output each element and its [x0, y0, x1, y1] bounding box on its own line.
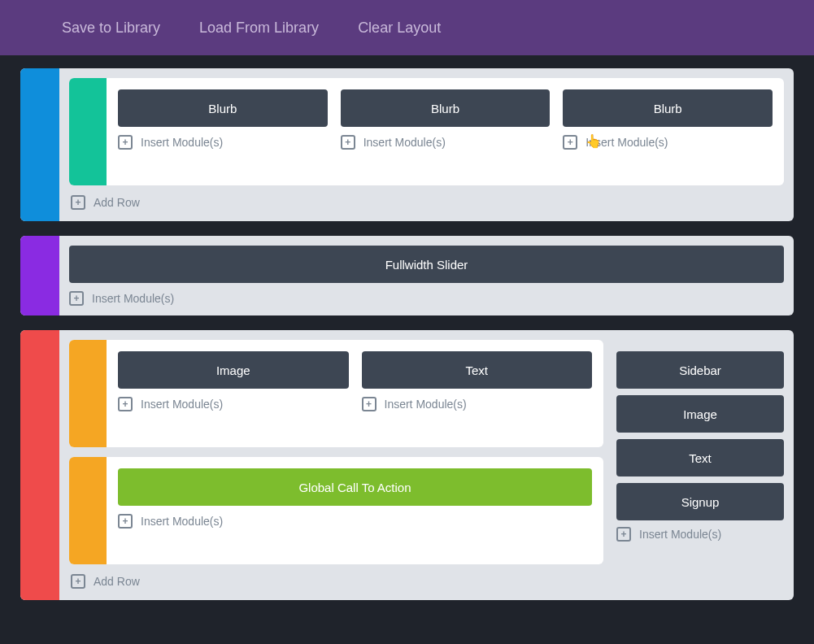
- module-label: Global Call To Action: [118, 481, 592, 494]
- close-icon[interactable]: [760, 492, 776, 511]
- insert-label: Insert Module(s): [141, 398, 223, 411]
- duplicate-icon[interactable]: [595, 98, 612, 118]
- close-icon[interactable]: [760, 255, 776, 274]
- duplicate-icon[interactable]: [649, 492, 665, 511]
- redo-icon[interactable]: [767, 18, 783, 38]
- close-icon[interactable]: [324, 360, 341, 380]
- delete-icon[interactable]: [76, 159, 99, 177]
- section-body: Fullwidth Slider + Insert Module(s): [59, 236, 794, 315]
- drag-icon[interactable]: [79, 255, 95, 274]
- drag-icon[interactable]: [626, 404, 642, 424]
- close-icon[interactable]: [760, 360, 776, 380]
- sidebar-column: Sidebar Image: [616, 340, 784, 564]
- duplicate-icon[interactable]: [373, 98, 390, 118]
- drag-icon[interactable]: [372, 360, 388, 380]
- close-icon[interactable]: [748, 98, 764, 118]
- row-handle[interactable]: [69, 457, 107, 564]
- drag-icon[interactable]: [572, 98, 589, 118]
- insert-module-button[interactable]: + Insert Module(s): [118, 135, 328, 150]
- module-text[interactable]: Text: [362, 351, 593, 389]
- close-icon[interactable]: [760, 404, 776, 424]
- plus-icon: +: [616, 527, 631, 542]
- row-body: Blurb + Insert Module(s): [107, 78, 784, 185]
- close-icon[interactable]: [568, 360, 584, 380]
- module-blurb[interactable]: Blurb: [118, 89, 328, 127]
- duplicate-icon[interactable]: [102, 255, 118, 274]
- drag-icon[interactable]: [76, 348, 99, 366]
- drag-icon[interactable]: [626, 492, 642, 511]
- columns-icon[interactable]: [76, 135, 99, 153]
- drag-icon[interactable]: [28, 78, 51, 96]
- add-row-button[interactable]: + Add Row: [69, 571, 784, 590]
- insert-module-button[interactable]: + Insert Module(s): [362, 397, 593, 411]
- cursor-icon: 👆: [585, 133, 602, 149]
- delete-icon[interactable]: [76, 538, 99, 556]
- duplicate-icon[interactable]: [649, 404, 665, 424]
- duplicate-icon[interactable]: [150, 98, 167, 118]
- close-icon[interactable]: [303, 98, 320, 118]
- module-blurb[interactable]: Blurb: [341, 89, 551, 127]
- section-handle[interactable]: [20, 236, 59, 315]
- duplicate-icon[interactable]: [28, 102, 51, 120]
- insert-module-button[interactable]: + Insert Module(s): [118, 514, 592, 529]
- module-sidebar[interactable]: Sidebar: [616, 351, 784, 389]
- insert-module-button[interactable]: + Insert Module(s): [69, 291, 784, 306]
- module-signup[interactable]: Signup: [616, 483, 784, 520]
- insert-module-button[interactable]: + Insert Module(s): [118, 397, 349, 411]
- close-icon[interactable]: [568, 477, 584, 497]
- close-icon[interactable]: [760, 448, 776, 468]
- module-image[interactable]: Image: [118, 351, 349, 389]
- drag-icon[interactable]: [626, 360, 642, 380]
- duplicate-icon[interactable]: [76, 372, 99, 390]
- columns-icon[interactable]: [76, 514, 99, 532]
- columns-icon[interactable]: [76, 397, 99, 415]
- module-global-cta[interactable]: Global Call To Action: [118, 468, 592, 506]
- undo-icon[interactable]: [718, 18, 734, 38]
- delete-icon[interactable]: [28, 194, 51, 211]
- add-row-button[interactable]: + Add Row: [69, 192, 784, 211]
- duplicate-icon[interactable]: [76, 490, 99, 507]
- drag-icon[interactable]: [128, 360, 144, 380]
- drag-icon[interactable]: [128, 477, 144, 497]
- column: Blurb + Insert Module(s): [118, 89, 328, 174]
- delete-icon[interactable]: [28, 294, 51, 312]
- duplicate-icon[interactable]: [28, 270, 51, 288]
- drag-icon[interactable]: [76, 465, 99, 483]
- plus-icon: +: [71, 195, 85, 210]
- module-blurb[interactable]: Blurb: [563, 89, 773, 127]
- row-handle[interactable]: [69, 78, 107, 185]
- drag-icon[interactable]: [626, 448, 642, 468]
- duplicate-icon[interactable]: [150, 360, 167, 380]
- drag-icon[interactable]: [128, 98, 144, 118]
- duplicate-icon[interactable]: [28, 364, 51, 382]
- load-from-library-button[interactable]: Load From Library: [199, 20, 319, 37]
- section-handle[interactable]: [20, 330, 59, 600]
- delete-icon[interactable]: [28, 572, 51, 590]
- clear-layout-button[interactable]: Clear Layout: [358, 20, 441, 37]
- module-text[interactable]: Text: [616, 439, 784, 476]
- drag-icon[interactable]: [350, 98, 367, 118]
- row-handle[interactable]: [69, 340, 107, 447]
- duplicate-icon[interactable]: [394, 360, 411, 380]
- drag-icon[interactable]: [76, 86, 99, 104]
- insert-module-button[interactable]: + Insert Module(s) 👆: [563, 135, 773, 150]
- delete-icon[interactable]: [76, 421, 99, 439]
- row: Global Call To Action + Insert Module(s): [69, 457, 603, 564]
- column: Image + Insert Module(s): [118, 351, 349, 436]
- section-handle[interactable]: [20, 68, 59, 221]
- duplicate-icon[interactable]: [150, 477, 167, 497]
- insert-label: Insert Module(s): [385, 398, 467, 411]
- close-icon[interactable]: [525, 98, 542, 118]
- drag-icon[interactable]: [28, 246, 51, 263]
- module-fullwidth-slider[interactable]: Fullwidth Slider: [69, 246, 784, 283]
- toolbar-left: Save to Library Load From Library Clear …: [24, 20, 441, 37]
- duplicate-icon[interactable]: [649, 360, 665, 380]
- insert-module-button[interactable]: + Insert Module(s): [341, 135, 551, 150]
- column: Blurb + Insert Module(s): [341, 89, 551, 174]
- module-image[interactable]: Image: [616, 395, 784, 433]
- save-to-library-button[interactable]: Save to Library: [62, 20, 160, 37]
- duplicate-icon[interactable]: [76, 111, 99, 128]
- duplicate-icon[interactable]: [649, 448, 665, 468]
- drag-icon[interactable]: [28, 340, 51, 358]
- insert-module-button[interactable]: + Insert Module(s): [616, 527, 784, 542]
